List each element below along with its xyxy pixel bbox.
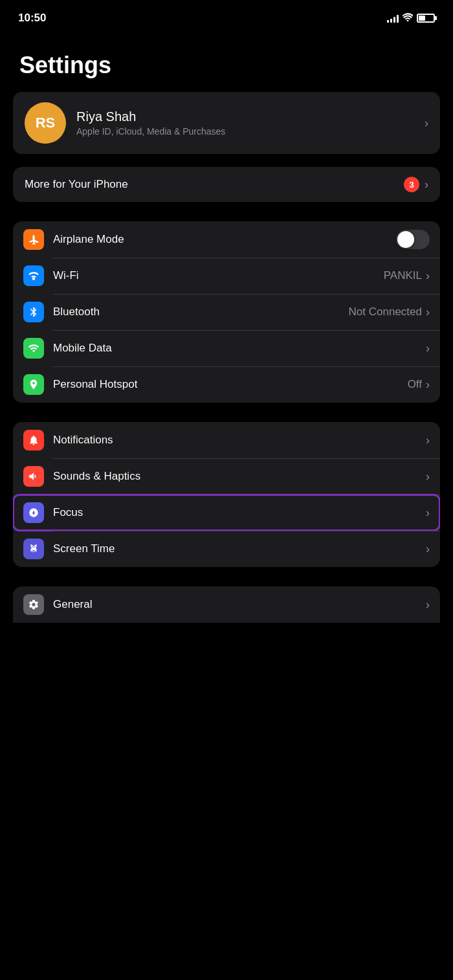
profile-subtitle: Apple ID, iCloud, Media & Purchases (76, 126, 225, 137)
status-icons (387, 13, 435, 23)
general-label: General (53, 598, 426, 611)
mobile-data-row[interactable]: Mobile Data › (13, 330, 440, 366)
profile-chevron: › (425, 117, 428, 130)
sounds-haptics-label: Sounds & Haptics (53, 470, 426, 483)
notif-settings-group: Notifications › Sounds & Haptics › Focus… (13, 422, 440, 567)
personal-hotspot-label: Personal Hotspot (53, 378, 408, 391)
general-group: General › (13, 586, 440, 623)
personal-hotspot-chevron: › (426, 378, 430, 392)
mobile-data-icon (23, 338, 44, 359)
focus-row[interactable]: Focus › (13, 495, 440, 531)
profile-card[interactable]: RS Riya Shah Apple ID, iCloud, Media & P… (13, 92, 440, 154)
network-settings-group: Airplane Mode Wi-Fi PANKIL › Bluetooth N… (13, 221, 440, 403)
screen-time-chevron: › (426, 542, 430, 556)
battery-icon (417, 14, 435, 23)
wifi-label: Wi-Fi (53, 269, 384, 282)
wifi-icon (23, 265, 44, 286)
signal-icon (387, 14, 399, 23)
bluetooth-chevron: › (426, 306, 430, 319)
general-icon (23, 594, 44, 615)
wifi-row[interactable]: Wi-Fi PANKIL › (13, 258, 440, 294)
status-bar: 10:50 (0, 0, 453, 32)
personal-hotspot-row[interactable]: Personal Hotspot Off › (13, 366, 440, 403)
bluetooth-value: Not Connected (349, 306, 422, 318)
notifications-label: Notifications (53, 434, 426, 447)
avatar: RS (25, 102, 66, 144)
airplane-mode-row[interactable]: Airplane Mode (13, 221, 440, 258)
focus-label: Focus (53, 506, 426, 519)
notifications-icon (23, 430, 44, 451)
general-row[interactable]: General › (13, 586, 440, 623)
bluetooth-icon (23, 302, 44, 322)
sounds-haptics-row[interactable]: Sounds & Haptics › (13, 458, 440, 495)
more-badge: 3 (404, 177, 419, 192)
screen-time-label: Screen Time (53, 542, 426, 555)
screen-time-icon (23, 539, 44, 559)
wifi-value: PANKIL (384, 269, 422, 282)
more-iphone-label: More for Your iPhone (25, 178, 128, 191)
mobile-data-chevron: › (426, 342, 430, 355)
more-right: 3 › (404, 177, 428, 192)
airplane-mode-toggle[interactable] (396, 230, 430, 249)
more-iphone-card[interactable]: More for Your iPhone 3 › (13, 167, 440, 202)
notifications-row[interactable]: Notifications › (13, 422, 440, 458)
personal-hotspot-icon (23, 374, 44, 395)
wifi-chevron: › (426, 269, 430, 283)
profile-left: RS Riya Shah Apple ID, iCloud, Media & P… (25, 102, 225, 144)
notifications-chevron: › (426, 434, 430, 447)
personal-hotspot-value: Off (408, 378, 422, 391)
focus-chevron: › (426, 506, 430, 520)
page-title: Settings (0, 32, 453, 92)
more-chevron: › (425, 178, 428, 192)
status-time: 10:50 (18, 12, 46, 25)
focus-icon (23, 502, 44, 523)
wifi-status-icon (403, 13, 413, 23)
sounds-haptics-chevron: › (426, 470, 430, 484)
airplane-mode-icon (23, 229, 44, 250)
general-chevron: › (426, 598, 430, 612)
profile-name: Riya Shah (76, 109, 225, 124)
bluetooth-label: Bluetooth (53, 306, 349, 318)
airplane-mode-label: Airplane Mode (53, 233, 396, 246)
screen-time-row[interactable]: Screen Time › (13, 531, 440, 567)
mobile-data-label: Mobile Data (53, 342, 426, 355)
profile-info: Riya Shah Apple ID, iCloud, Media & Purc… (76, 109, 225, 137)
bluetooth-row[interactable]: Bluetooth Not Connected › (13, 294, 440, 330)
sounds-haptics-icon (23, 466, 44, 487)
